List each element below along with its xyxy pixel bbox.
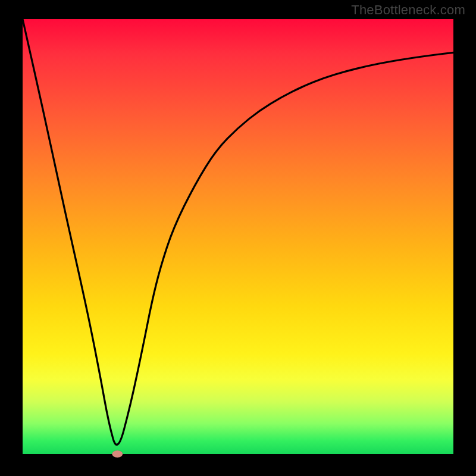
watermark-text: TheBottleneck.com — [351, 2, 465, 18]
chart-frame: TheBottleneck.com — [0, 0, 476, 476]
plot-area — [23, 19, 453, 454]
optimal-point-marker — [112, 450, 123, 458]
bottleneck-curve — [23, 19, 453, 444]
bottleneck-curve-svg — [23, 19, 453, 454]
